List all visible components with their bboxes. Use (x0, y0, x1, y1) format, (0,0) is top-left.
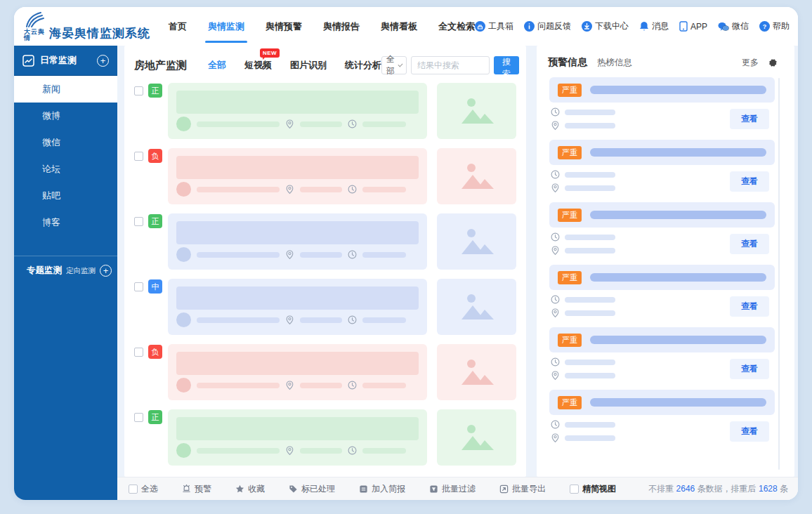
clock-icon (551, 357, 560, 367)
clock-icon (551, 295, 560, 304)
result-thumbnail[interactable] (437, 279, 516, 335)
severity-badge: 严重 (558, 334, 582, 347)
location-skeleton (300, 121, 342, 127)
time-skeleton (565, 235, 615, 240)
view-button[interactable]: 查看 (730, 296, 769, 317)
row-checkbox[interactable] (134, 217, 143, 226)
view-button[interactable]: 查看 (730, 109, 769, 129)
bottom-toolbar: 全选 预警 收藏 标已处理 加入简报 (117, 477, 798, 500)
row-checkbox[interactable] (134, 282, 143, 291)
feedback-button[interactable]: 问题反馈 (524, 20, 571, 32)
alert-title-card[interactable]: 严重 (549, 265, 775, 290)
favorite-action[interactable]: 收藏 (235, 483, 265, 495)
batch-filter-action[interactable]: 批量过滤 (429, 483, 476, 495)
tab-all[interactable]: 全部 (208, 59, 226, 72)
select-all[interactable]: 全选 (129, 483, 158, 495)
alert-title-card[interactable]: 严重 (549, 140, 775, 165)
nav-report[interactable]: 舆情报告 (323, 7, 360, 46)
location-skeleton (300, 252, 342, 258)
nav-home[interactable]: 首页 (169, 7, 187, 46)
toolbox-button[interactable]: 工具箱 (475, 20, 513, 32)
tag-icon (289, 485, 298, 494)
messages-button[interactable]: 消息 (639, 20, 669, 32)
alert-title-skeleton (590, 86, 766, 94)
result-thumbnail[interactable] (437, 148, 516, 204)
add-daily-monitor-button[interactable]: + (97, 55, 109, 67)
result-thumbnail[interactable] (437, 213, 516, 270)
alert-title-card[interactable]: 严重 (549, 202, 775, 228)
result-card[interactable] (168, 409, 427, 466)
alert-location-line (551, 433, 730, 443)
add-topic-monitor-button[interactable]: + (100, 265, 112, 277)
mark-processed-action[interactable]: 标已处理 (289, 483, 335, 495)
title-skeleton (176, 156, 419, 179)
download-center-button[interactable]: 下载中心 (582, 20, 629, 32)
result-card[interactable] (168, 344, 427, 400)
nav-dashboard[interactable]: 舆情看板 (381, 7, 417, 46)
row-checkbox[interactable] (134, 413, 143, 422)
row-checkbox[interactable] (134, 86, 143, 95)
alert-title-skeleton (590, 336, 766, 344)
alert-title-card[interactable]: 严重 (549, 327, 775, 352)
search-input[interactable] (411, 56, 490, 74)
tab-short-video[interactable]: 短视频 NEW (244, 59, 272, 72)
sidebar-item-3[interactable]: 论坛 (14, 156, 117, 183)
tab-hot-list[interactable]: 热榜信息 (597, 57, 632, 69)
alert-meta: 查看 (549, 165, 775, 193)
result-card[interactable] (168, 148, 427, 204)
search-button[interactable]: 搜索 (494, 56, 519, 74)
result-meta (176, 182, 419, 197)
select-all-checkbox[interactable] (129, 485, 138, 494)
nav-fulltext-search[interactable]: 全文检索 (438, 7, 475, 46)
search-scope-value: 全部 (386, 53, 396, 77)
wechat-button[interactable]: 微信 (718, 20, 749, 32)
view-button[interactable]: 查看 (730, 171, 769, 192)
avatar (176, 247, 191, 262)
sidebar-item-1[interactable]: 微博 (14, 103, 117, 129)
sidebar-item-4[interactable]: 贴吧 (14, 183, 117, 209)
search-scope-select[interactable]: 全部 (381, 56, 407, 74)
compact-view-toggle[interactable]: 精简视图 (570, 483, 616, 495)
result-meta (176, 247, 419, 262)
result-row: 负 (134, 344, 516, 400)
alert-title-card[interactable]: 严重 (549, 77, 775, 103)
nav-monitor[interactable]: 舆情监测 (208, 7, 244, 46)
row-checkbox[interactable] (134, 348, 143, 357)
sentiment-badge: 正 (148, 214, 162, 228)
app-button[interactable]: APP (679, 21, 707, 32)
source-skeleton (197, 252, 280, 258)
view-button[interactable]: 查看 (730, 234, 769, 254)
view-button[interactable]: 查看 (730, 359, 769, 379)
compact-view-checkbox[interactable] (570, 485, 579, 494)
batch-export-action[interactable]: 批量导出 (499, 483, 546, 495)
sidebar-item-5[interactable]: 博客 (14, 209, 117, 236)
location-pin-icon (551, 121, 560, 131)
gear-icon[interactable] (767, 58, 778, 68)
tab-statistics[interactable]: 统计分析 (345, 59, 381, 72)
row-checkbox[interactable] (134, 152, 143, 161)
alert-title-card[interactable]: 严重 (549, 390, 775, 415)
avatar (176, 443, 191, 458)
alert-title-skeleton (590, 398, 766, 407)
result-card[interactable] (168, 279, 427, 335)
title-skeleton (176, 352, 419, 375)
title-skeleton (176, 417, 419, 440)
sidebar-item-0[interactable]: 新闻 (14, 76, 117, 103)
result-thumbnail[interactable] (437, 409, 516, 466)
view-button[interactable]: 查看 (730, 421, 769, 442)
tab-alert-info[interactable]: 预警信息 (548, 56, 587, 69)
add-briefing-action[interactable]: 加入简报 (359, 483, 405, 495)
result-card[interactable] (168, 83, 427, 139)
alert-item: 严重 查看 (549, 390, 775, 443)
sidebar-item-2[interactable]: 微信 (14, 129, 117, 156)
source-skeleton (197, 383, 280, 388)
help-button[interactable]: ? 帮助 (759, 20, 790, 32)
sidebar-topic-section[interactable]: 专题监测 定向监测 + (14, 256, 117, 285)
tab-image-recognition[interactable]: 图片识别 (290, 59, 327, 72)
result-card[interactable] (168, 213, 427, 270)
nav-warning[interactable]: 舆情预警 (266, 7, 302, 46)
result-thumbnail[interactable] (437, 83, 516, 139)
warn-action[interactable]: 预警 (182, 483, 211, 495)
more-link[interactable]: 更多 (742, 57, 759, 69)
result-thumbnail[interactable] (437, 344, 516, 400)
